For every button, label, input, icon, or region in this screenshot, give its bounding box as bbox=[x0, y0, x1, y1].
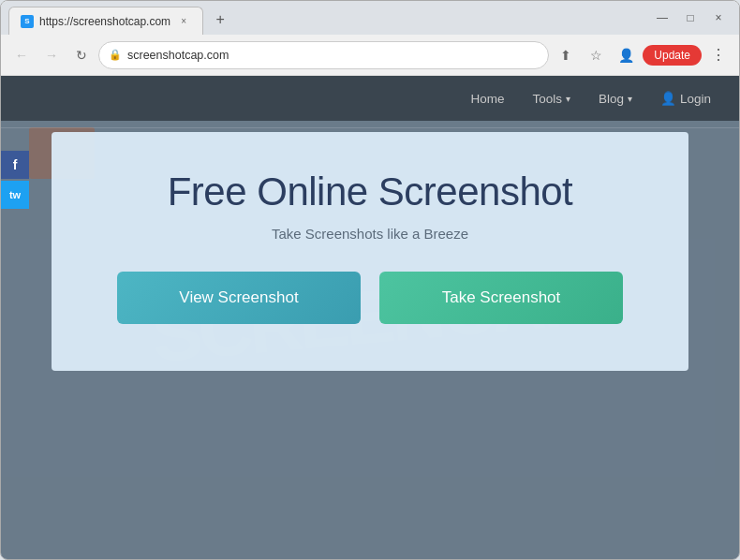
tab-favicon: S bbox=[21, 15, 34, 28]
take-screenshot-button[interactable]: Take Screenshot bbox=[379, 272, 623, 324]
account-icon[interactable]: 👤 bbox=[613, 42, 639, 68]
hero-title: Free Online Screenshot bbox=[98, 169, 642, 214]
address-bar: ← → ↻ 🔒 screenshotcap.com ⬆ ☆ 👤 Update ⋮ bbox=[1, 35, 739, 76]
lock-icon: 🔒 bbox=[109, 49, 122, 61]
nav-tools[interactable]: Tools ▾ bbox=[532, 92, 570, 106]
nav-home[interactable]: Home bbox=[470, 92, 504, 106]
minimize-button[interactable]: — bbox=[649, 5, 675, 31]
maximize-button[interactable]: □ bbox=[677, 5, 703, 31]
bookmark-icon[interactable]: ☆ bbox=[583, 42, 609, 68]
active-tab[interactable]: S https://screenshotcap.com × bbox=[8, 7, 203, 35]
facebook-button[interactable]: f bbox=[1, 151, 29, 179]
url-text: screenshotcap.com bbox=[127, 49, 539, 62]
url-bar[interactable]: 🔒 screenshotcap.com bbox=[98, 41, 549, 69]
nav-login[interactable]: 👤 Login bbox=[660, 91, 711, 106]
browser-window: S https://screenshotcap.com × + — □ × ← … bbox=[0, 0, 740, 560]
new-tab-button[interactable]: + bbox=[207, 7, 233, 33]
tab-close-button[interactable]: × bbox=[176, 14, 191, 29]
nav-blog[interactable]: Blog ▾ bbox=[599, 92, 632, 106]
back-button[interactable]: ← bbox=[8, 42, 35, 68]
blog-chevron-icon: ▾ bbox=[628, 94, 632, 104]
hero-card: Free Online Screenshot Take Screenshots … bbox=[52, 132, 688, 371]
twitter-button[interactable]: tw bbox=[1, 181, 29, 209]
forward-button[interactable]: → bbox=[38, 42, 65, 68]
address-actions: ⬆ ☆ 👤 Update ⋮ bbox=[553, 42, 732, 68]
view-screenshot-button[interactable]: View Screenshot bbox=[117, 272, 361, 324]
tab-bar: S https://screenshotcap.com × + — □ × bbox=[1, 1, 739, 35]
hero-buttons: View Screenshot Take Screenshot bbox=[98, 272, 642, 324]
tab-title: https://screenshotcap.com bbox=[39, 15, 170, 28]
update-button[interactable]: Update bbox=[643, 45, 702, 66]
reload-button[interactable]: ↻ bbox=[68, 42, 95, 68]
site-nav: Home Tools ▾ Blog ▾ 👤 Login bbox=[1, 76, 739, 121]
window-controls: — □ × bbox=[649, 5, 732, 35]
webpage: SCREENCAP Home Tools ▾ Blog ▾ 👤 Login f … bbox=[1, 76, 739, 559]
social-sidebar: f tw bbox=[1, 151, 29, 209]
share-icon[interactable]: ⬆ bbox=[553, 42, 579, 68]
site-divider bbox=[1, 127, 739, 128]
tools-chevron-icon: ▾ bbox=[566, 94, 570, 104]
hero-subtitle: Take Screenshots like a Breeze bbox=[98, 226, 642, 242]
more-options-button[interactable]: ⋮ bbox=[705, 42, 732, 68]
close-button[interactable]: × bbox=[705, 5, 732, 31]
user-icon: 👤 bbox=[660, 91, 676, 106]
